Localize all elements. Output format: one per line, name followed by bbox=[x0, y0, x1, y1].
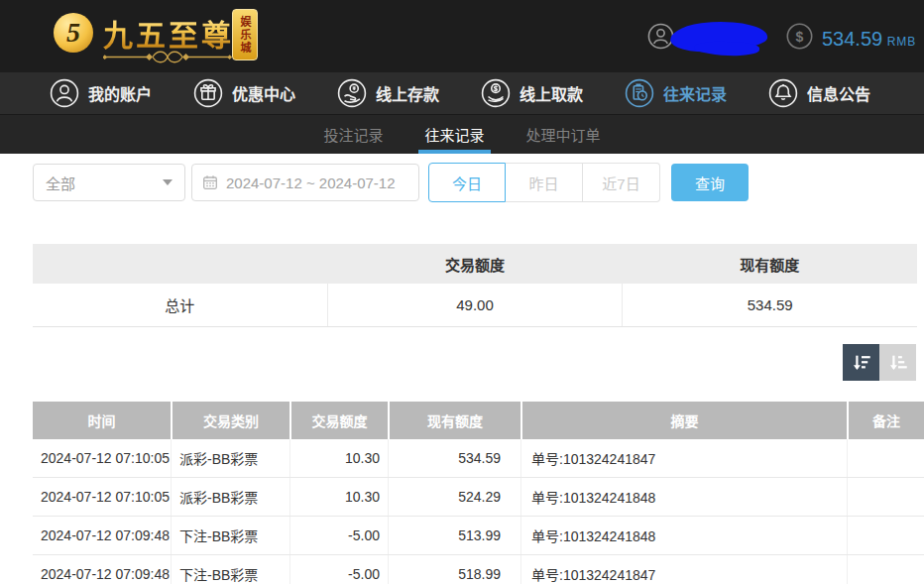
quick-date-buttons: 今日 昨日 近7日 bbox=[428, 163, 660, 202]
sort-controls bbox=[843, 344, 916, 381]
cell-type: 下注-BB彩票 bbox=[171, 555, 289, 584]
nav-label: 我的账户 bbox=[88, 81, 152, 105]
nav-label: 往来记录 bbox=[663, 81, 727, 105]
search-button[interactable]: 查询 bbox=[671, 164, 749, 201]
cell-amount: 10.30 bbox=[289, 439, 388, 477]
cell-amount: -5.00 bbox=[289, 555, 388, 584]
balance-currency: RMB bbox=[887, 35, 917, 49]
col-header-balance: 现有额度 bbox=[388, 402, 520, 439]
main-navbar: 我的账户 优惠中心 bbox=[0, 72, 924, 114]
records-header-row: 时间 交易类别 交易额度 现有额度 摘要 备注 bbox=[33, 402, 924, 439]
summary-total-label: 总计 bbox=[33, 284, 327, 326]
chevron-down-icon bbox=[163, 179, 173, 185]
col-header-note: 备注 bbox=[847, 402, 924, 439]
user-icon bbox=[50, 78, 79, 108]
last7days-button[interactable]: 近7日 bbox=[583, 163, 660, 202]
cell-type: 派彩-BB彩票 bbox=[171, 439, 289, 477]
app-window: 5 九五至尊 娱乐城 bbox=[0, 0, 924, 584]
cell-balance: 518.99 bbox=[388, 555, 520, 584]
cell-type: 派彩-BB彩票 bbox=[171, 478, 289, 516]
calendar-icon bbox=[202, 175, 218, 190]
nav-label: 线上存款 bbox=[376, 81, 439, 105]
summary-total-row: 总计 49.00 534.59 bbox=[33, 284, 917, 327]
top-header: 5 九五至尊 娱乐城 bbox=[0, 0, 924, 72]
cell-balance: 524.29 bbox=[388, 478, 520, 516]
summary-trade-total: 49.00 bbox=[327, 284, 623, 326]
summary-header-balance: 现有额度 bbox=[623, 244, 917, 284]
table-row: 2024-07-12 07:09:48 下注-BB彩票 -5.00 513.99… bbox=[33, 517, 924, 555]
today-button[interactable]: 今日 bbox=[428, 163, 506, 202]
nav-item-promotions[interactable]: 优惠中心 bbox=[193, 78, 295, 108]
sort-descending-button[interactable] bbox=[843, 344, 879, 381]
col-header-summary: 摘要 bbox=[520, 402, 847, 439]
cell-time: 2024-07-12 07:10:05 bbox=[33, 439, 171, 477]
nav-item-online-withdraw[interactable]: 线上取款 bbox=[481, 78, 583, 108]
cell-summary: 单号:101324241848 bbox=[520, 478, 847, 516]
sort-ascending-icon bbox=[887, 352, 909, 374]
tab-pending-orders[interactable]: 处理中订单 bbox=[523, 115, 604, 154]
summary-header-row: 交易额度 现有额度 bbox=[33, 244, 917, 284]
table-row: 2024-07-12 07:10:05 派彩-BB彩票 10.30 534.59… bbox=[33, 439, 924, 478]
transaction-type-select[interactable]: 全部 bbox=[33, 164, 185, 201]
yesterday-button[interactable]: 昨日 bbox=[506, 163, 583, 202]
date-range-value: 2024-07-12 ~ 2024-07-12 bbox=[226, 175, 396, 191]
sort-ascending-button[interactable] bbox=[879, 344, 916, 381]
nav-item-transaction-records[interactable]: 往来记录 bbox=[625, 78, 727, 108]
nav-label: 线上取款 bbox=[520, 81, 583, 105]
cell-note bbox=[847, 555, 924, 584]
records-icon bbox=[625, 78, 654, 108]
account-area: $ 534.59 RMB bbox=[0, 0, 924, 72]
cell-note bbox=[847, 439, 924, 477]
svg-text:$: $ bbox=[796, 29, 804, 45]
summary-header-empty bbox=[33, 244, 327, 284]
nav-item-online-deposit[interactable]: 线上存款 bbox=[337, 78, 439, 108]
withdraw-icon bbox=[481, 78, 511, 108]
cell-note bbox=[847, 478, 924, 516]
cell-time: 2024-07-12 07:09:48 bbox=[33, 555, 171, 584]
tab-transaction-records[interactable]: 往来记录 bbox=[421, 115, 487, 154]
cell-summary: 单号:101324241847 bbox=[520, 555, 847, 584]
nav-label: 优惠中心 bbox=[232, 81, 295, 105]
summary-table: 交易额度 现有额度 总计 49.00 534.59 bbox=[33, 244, 917, 327]
col-header-amount: 交易额度 bbox=[289, 402, 388, 439]
tab-betting-records[interactable]: 投注记录 bbox=[320, 115, 386, 154]
dollar-coin-icon: $ bbox=[786, 23, 813, 50]
cell-summary: 单号:101324241848 bbox=[520, 517, 847, 554]
cell-amount: -5.00 bbox=[289, 517, 388, 554]
cell-summary: 单号:101324241847 bbox=[520, 439, 847, 477]
cell-amount: 10.30 bbox=[289, 478, 388, 516]
username-redaction-scribble bbox=[694, 41, 759, 57]
nav-item-announcements[interactable]: 信息公告 bbox=[768, 78, 870, 108]
balance-amount: 534.59 bbox=[822, 28, 882, 50]
cell-time: 2024-07-12 07:10:05 bbox=[33, 478, 171, 516]
table-row: 2024-07-12 07:10:05 派彩-BB彩票 10.30 524.29… bbox=[33, 478, 924, 517]
balance-display: 534.59 RMB bbox=[822, 28, 916, 51]
gift-icon bbox=[193, 78, 223, 108]
sort-descending-icon bbox=[851, 352, 872, 374]
date-range-input[interactable]: 2024-07-12 ~ 2024-07-12 bbox=[191, 164, 419, 201]
col-header-time: 时间 bbox=[33, 402, 171, 439]
col-header-type: 交易类别 bbox=[171, 402, 289, 439]
bell-icon bbox=[768, 78, 798, 108]
cell-note bbox=[847, 517, 924, 554]
cell-type: 下注-BB彩票 bbox=[171, 517, 289, 554]
nav-item-my-account[interactable]: 我的账户 bbox=[50, 78, 152, 108]
records-table: 时间 交易类别 交易额度 现有额度 摘要 备注 2024-07-12 07:10… bbox=[33, 402, 924, 584]
cell-balance: 534.59 bbox=[388, 439, 520, 477]
summary-header-trade: 交易额度 bbox=[327, 244, 622, 284]
record-subtabs: 投注记录 往来记录 处理中订单 bbox=[0, 114, 924, 154]
cell-balance: 513.99 bbox=[388, 517, 520, 554]
cell-time: 2024-07-12 07:09:48 bbox=[33, 517, 171, 554]
select-value: 全部 bbox=[46, 173, 75, 193]
table-row: 2024-07-12 07:09:48 下注-BB彩票 -5.00 518.99… bbox=[33, 555, 924, 584]
nav-label: 信息公告 bbox=[807, 81, 870, 105]
summary-balance-total: 534.59 bbox=[622, 284, 917, 326]
deposit-icon bbox=[337, 78, 367, 108]
